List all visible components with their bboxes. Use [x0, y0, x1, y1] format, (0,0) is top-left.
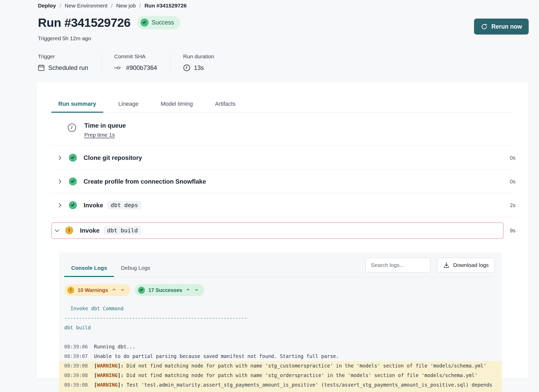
calendar-icon	[38, 64, 45, 71]
step-duration: 0s	[510, 155, 516, 161]
meta-trigger-value: Scheduled run	[48, 64, 88, 71]
step-invoke-dbt-build[interactable]: ! Invoke dbt build 9s	[51, 217, 516, 244]
expand-chevron-icon[interactable]	[58, 204, 63, 207]
status-badge: Success	[137, 16, 180, 29]
page-title: Run #341529726	[38, 15, 130, 30]
meta-commit: Commit SHA #900b7364	[102, 53, 170, 71]
meta-duration-value: 13s	[194, 64, 204, 71]
next-warning-button[interactable]	[120, 288, 125, 292]
log-command: dbt build	[64, 323, 495, 332]
queue-title: Time in queue	[84, 122, 126, 129]
main-tabs: Run summary Lineage Model timing Artifac…	[51, 82, 516, 113]
success-check-icon	[138, 287, 145, 294]
download-icon	[443, 262, 450, 268]
step-warning-icon: !	[65, 226, 73, 234]
step-invoke-dbt-build-header[interactable]: ! Invoke dbt build	[51, 222, 504, 239]
prev-warning-button[interactable]	[111, 288, 117, 292]
page-header: Deploy / New Environment / New job / Run…	[0, 0, 539, 71]
success-check-icon	[141, 19, 149, 27]
log-warning-line: 08:39:08[WARNING]: Did not find matching…	[59, 371, 502, 380]
breadcrumb-separator: /	[111, 3, 113, 9]
meta-trigger: Trigger Scheduled run	[38, 53, 102, 71]
clock-icon	[183, 64, 190, 71]
run-summary-card: Run summary Lineage Model timing Artifac…	[36, 82, 529, 378]
meta-commit-label: Commit SHA	[114, 53, 157, 60]
meta-commit-value: #900b7364	[126, 64, 157, 71]
tab-model-timing[interactable]: Model timing	[154, 101, 200, 113]
step-success-icon	[69, 177, 77, 185]
warning-icon: !	[67, 287, 74, 294]
collapse-chevron-icon[interactable]	[55, 229, 61, 232]
triggered-timestamp: Triggered 5h 12m ago	[38, 35, 180, 42]
tab-console-logs[interactable]: Console Logs	[64, 261, 114, 277]
console-log-output: Invoke dbt Command ---------------------…	[64, 304, 495, 392]
successes-count: 17 Successes	[148, 287, 182, 293]
meta-trigger-label: Trigger	[38, 53, 88, 60]
breadcrumb-current-run: Run #341529726	[144, 3, 186, 9]
log-blank-line	[64, 332, 495, 342]
log-command-header: Invoke dbt Command	[64, 304, 495, 313]
step-duration: 0s	[510, 178, 516, 185]
warnings-count: 10 Warnings	[78, 287, 108, 293]
prep-time-link[interactable]: Prep time 1s	[84, 132, 115, 138]
console-tabs: Console Logs Debug Logs	[64, 261, 157, 277]
step-title: Invoke	[80, 227, 100, 234]
console-logs-panel: Console Logs Debug Logs Download logs	[59, 252, 502, 392]
step-title: Create profile from connection Snowflake	[84, 178, 206, 185]
tab-lineage[interactable]: Lineage	[111, 101, 145, 113]
log-divider: ----------------------------------------…	[64, 313, 495, 323]
step-invoke-dbt-deps[interactable]: Invoke dbt deps 2s	[51, 193, 516, 217]
status-badge-label: Success	[152, 19, 174, 26]
log-line: 08:39:06Running dbt...	[64, 342, 495, 352]
expand-chevron-icon[interactable]	[58, 180, 63, 183]
step-title: Invoke	[84, 202, 103, 209]
log-warning-line: 08:39:08[WARNING]: Did not find matching…	[59, 361, 502, 371]
breadcrumb: Deploy / New Environment / New job / Run…	[38, 3, 529, 9]
breadcrumb-separator: /	[139, 3, 141, 9]
step-command-chip: dbt deps	[107, 201, 141, 209]
rerun-button-label: Rerun now	[491, 23, 522, 30]
breadcrumb-deploy[interactable]: Deploy	[38, 3, 56, 9]
meta-duration-label: Run duration	[183, 53, 214, 60]
breadcrumb-new-job[interactable]: New job	[116, 3, 136, 9]
step-title: Clone git repository	[84, 154, 142, 161]
run-metadata: Trigger Scheduled run Commit SHA	[38, 53, 529, 71]
step-success-icon	[69, 201, 77, 209]
tab-debug-logs[interactable]: Debug Logs	[114, 261, 157, 277]
git-commit-icon	[114, 66, 123, 70]
step-duration: 2s	[510, 202, 516, 208]
breadcrumb-new-environment[interactable]: New Environment	[65, 3, 108, 9]
time-in-queue-section: Time in queue Prep time 1s	[51, 113, 516, 146]
step-clone-git-repository[interactable]: Clone git repository 0s	[51, 146, 516, 169]
expand-chevron-icon[interactable]	[58, 156, 63, 159]
step-success-icon	[69, 154, 77, 162]
queue-clock-icon	[67, 123, 77, 138]
step-create-profile[interactable]: Create profile from connection Snowflake…	[51, 169, 516, 193]
breadcrumb-separator: /	[60, 3, 61, 9]
download-logs-label: Download logs	[453, 262, 489, 268]
prev-success-button[interactable]	[185, 288, 191, 292]
tab-run-summary[interactable]: Run summary	[51, 101, 103, 113]
step-duration: 9s	[510, 227, 516, 234]
warnings-pill: ! 10 Warnings	[64, 284, 130, 296]
meta-duration: Run duration 13s	[170, 53, 227, 71]
download-logs-button[interactable]: Download logs	[437, 258, 495, 273]
step-command-chip: dbt build	[104, 226, 141, 235]
next-success-button[interactable]	[194, 288, 199, 292]
search-logs-input[interactable]	[365, 258, 430, 273]
log-warning-line: 08:39:08[WARNING]: Test 'test.admin_matu…	[59, 380, 502, 392]
rerun-now-button[interactable]: Rerun now	[474, 19, 529, 35]
tab-artifacts[interactable]: Artifacts	[208, 101, 242, 113]
rerun-icon	[481, 23, 488, 30]
log-line: 08:39:07Unable to do partial parsing bec…	[64, 352, 495, 361]
successes-pill: 17 Successes	[135, 284, 204, 296]
